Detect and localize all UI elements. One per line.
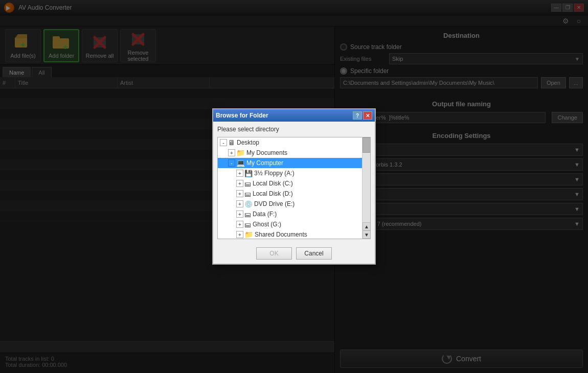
tree-label-data-f: Data (F:) — [253, 211, 277, 218]
tree-item-desktop[interactable]: - 🖥 Desktop — [218, 137, 370, 148]
tree-item-local-c[interactable]: + 🖴 Local Disk (C:) — [218, 178, 370, 189]
tree-item-floppy[interactable]: + 💾 3½ Floppy (A:) — [218, 168, 370, 178]
tree-expand-local-c[interactable]: + — [236, 180, 243, 187]
tree-item-my-documents[interactable]: + 📁 My Documents — [218, 148, 370, 158]
my-documents-icon: 📁 — [236, 149, 245, 157]
browse-dialog-body: Please select directory - 🖥 Desktop + 📁 … — [213, 122, 375, 243]
tree-label-desktop: Desktop — [237, 139, 259, 146]
tree-label-local-c: Local Disk (C:) — [253, 180, 293, 187]
local-c-icon: 🖴 — [244, 180, 251, 188]
local-d-icon: 🖴 — [244, 190, 251, 198]
tree-expand-floppy[interactable]: + — [236, 170, 243, 177]
tree-expand-my-documents[interactable]: + — [228, 149, 235, 156]
tree-scrollbar-thumb[interactable] — [363, 137, 371, 153]
browse-dialog-title: Browse for Folder — [216, 112, 352, 119]
tree-label-my-documents: My Documents — [246, 149, 287, 156]
tree-expand-data-f[interactable]: + — [236, 211, 243, 218]
tree-label-local-d: Local Disk (D:) — [253, 190, 293, 197]
modal-overlay: Browse for Folder ? ✕ Please select dire… — [0, 0, 588, 373]
tree-expand-my-computer[interactable]: - — [228, 159, 235, 167]
ghost-g-icon: 🖴 — [244, 221, 251, 228]
tree-item-local-d[interactable]: + 🖴 Local Disk (D:) — [218, 189, 370, 199]
tree-scrollbar[interactable]: ▲ ▼ — [362, 137, 370, 239]
folder-tree[interactable]: - 🖥 Desktop + 📁 My Documents - 💻 My Comp… — [217, 137, 371, 239]
browse-dialog-titlebar: Browse for Folder ? ✕ — [213, 109, 375, 122]
my-computer-icon: 💻 — [236, 159, 245, 167]
tree-item-dvd-e[interactable]: + 💿 DVD Drive (E:) — [218, 199, 370, 209]
tree-item-shared-docs[interactable]: + 📁 Shared Documents — [218, 229, 370, 239]
tree-expand-dvd-e[interactable]: + — [236, 200, 243, 207]
browse-dialog-prompt: Please select directory — [217, 126, 371, 133]
tree-label-floppy: 3½ Floppy (A:) — [254, 170, 295, 177]
tree-expand-local-d[interactable]: + — [236, 190, 243, 197]
tree-label-my-computer: My Computer — [246, 159, 283, 167]
tree-label-dvd-e: DVD Drive (E:) — [254, 200, 295, 207]
desktop-icon: 🖥 — [228, 138, 235, 147]
data-f-icon: 🖴 — [244, 211, 251, 218]
scroll-arrow-down[interactable]: ▼ — [363, 230, 371, 239]
browse-dialog-footer: OK Cancel — [213, 243, 375, 264]
dvd-e-icon: 💿 — [244, 200, 253, 208]
tree-item-data-f[interactable]: + 🖴 Data (F:) — [218, 209, 370, 219]
tree-label-shared-docs: Shared Documents — [255, 231, 307, 238]
tree-expand-ghost-g[interactable]: + — [236, 221, 243, 228]
dialog-close-button[interactable]: ✕ — [363, 111, 372, 120]
cancel-button[interactable]: Cancel — [296, 247, 332, 260]
tree-item-my-computer[interactable]: - 💻 My Computer — [218, 158, 370, 168]
dialog-help-button[interactable]: ? — [353, 111, 362, 120]
tree-label-ghost-g: Ghost (G:) — [253, 221, 281, 228]
tree-expand-desktop[interactable]: - — [220, 139, 227, 146]
shared-docs-icon: 📁 — [244, 230, 253, 239]
tree-expand-shared-docs[interactable]: + — [236, 231, 243, 238]
scroll-arrow-up[interactable]: ▲ — [363, 222, 371, 230]
browse-dialog: Browse for Folder ? ✕ Please select dire… — [212, 108, 376, 265]
ok-button[interactable]: OK — [256, 247, 292, 260]
floppy-icon: 💾 — [244, 170, 253, 177]
tree-item-ghost-g[interactable]: + 🖴 Ghost (G:) — [218, 219, 370, 229]
